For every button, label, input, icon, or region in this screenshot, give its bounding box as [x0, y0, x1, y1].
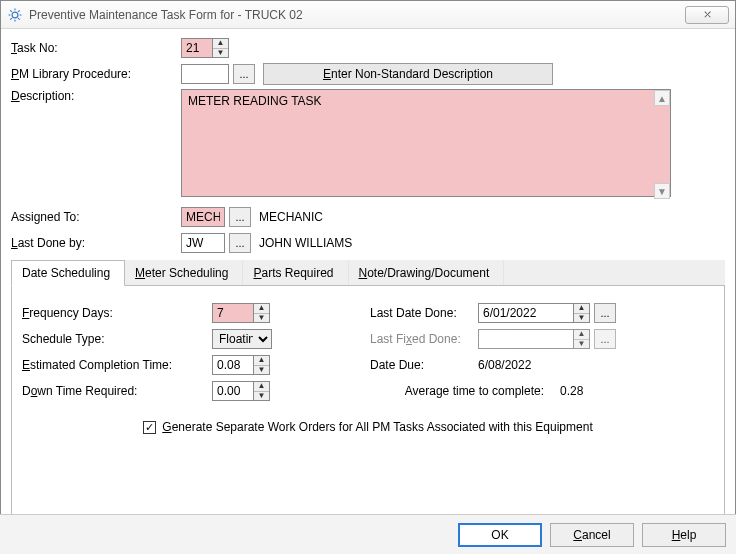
assigned-to-browse-button[interactable]: ... [229, 207, 251, 227]
last-fixed-done-browse-button: ... [594, 329, 616, 349]
last-fixed-done-label: Last Fixed Done: [370, 332, 478, 346]
last-done-by-label: Last Done by: [11, 236, 181, 250]
description-label: Description: [11, 89, 181, 103]
tab-note-drawing-document[interactable]: Note/Drawing/Document [349, 260, 505, 285]
tab-parts-required[interactable]: Parts Required [243, 260, 348, 285]
ok-button[interactable]: OK [458, 523, 542, 547]
tab-strip: Date Scheduling Meter Scheduling Parts R… [11, 260, 725, 286]
cancel-button[interactable]: Cancel [550, 523, 634, 547]
last-done-code-input[interactable] [181, 233, 225, 253]
svg-line-5 [10, 10, 11, 11]
date-due-value: 6/08/2022 [478, 358, 531, 372]
svg-line-7 [10, 18, 11, 19]
spinner-down-icon[interactable]: ▼ [574, 340, 589, 349]
window-title: Preventive Maintenance Task Form for - T… [29, 8, 685, 22]
pm-library-input[interactable] [181, 64, 229, 84]
pm-library-label: PM Library Procedure: [11, 67, 181, 81]
pm-library-browse-button[interactable]: ... [233, 64, 255, 84]
generate-separate-checkbox[interactable]: ✓ [143, 421, 156, 434]
ect-input[interactable]: ▲▼ [212, 355, 270, 375]
description-textarea[interactable]: METER READING TASK [181, 89, 671, 197]
tab-meter-scheduling[interactable]: Meter Scheduling [125, 260, 243, 285]
task-no-field[interactable] [182, 39, 212, 57]
last-date-done-browse-button[interactable]: ... [594, 303, 616, 323]
frequency-days-label: Frequency Days: [22, 306, 212, 320]
spinner-down-icon[interactable]: ▼ [574, 314, 589, 323]
close-button[interactable]: ⤫ [685, 6, 729, 24]
help-button[interactable]: Help [642, 523, 726, 547]
svg-point-0 [12, 12, 18, 18]
schedule-type-label: Schedule Type: [22, 332, 212, 346]
dtr-input[interactable]: ▲▼ [212, 381, 270, 401]
last-done-browse-button[interactable]: ... [229, 233, 251, 253]
app-gear-icon [7, 7, 23, 23]
task-no-input[interactable]: ▲▼ [181, 38, 229, 58]
tab-date-scheduling[interactable]: Date Scheduling [11, 260, 125, 286]
avg-time-label: Average time to complete: [370, 384, 560, 398]
assigned-to-name: MECHANIC [259, 210, 323, 224]
spinner-down-icon[interactable]: ▼ [254, 314, 269, 323]
tab-panel: Frequency Days: ▲▼ Schedule Type: Floati… [11, 286, 725, 516]
date-due-label: Date Due: [370, 358, 478, 372]
scroll-down-icon[interactable]: ▼ [654, 183, 670, 199]
last-date-done-label: Last Date Done: [370, 306, 478, 320]
generate-separate-label: Generate Separate Work Orders for All PM… [162, 420, 592, 434]
last-done-name: JOHN WILLIAMS [259, 236, 352, 250]
assigned-to-code-input[interactable] [181, 207, 225, 227]
spinner-down-icon[interactable]: ▼ [254, 366, 269, 375]
ect-label: Estimated Completion Time: [22, 358, 212, 372]
spinner-down-icon[interactable]: ▼ [213, 49, 228, 58]
last-fixed-done-input[interactable]: ▲▼ [478, 329, 590, 349]
avg-time-value: 0.28 [560, 384, 583, 398]
task-no-label: Task No: [11, 41, 181, 55]
spinner-down-icon[interactable]: ▼ [254, 392, 269, 401]
enter-nonstd-desc-button[interactable]: Enter Non-Standard Description [263, 63, 553, 85]
svg-line-8 [18, 10, 19, 11]
dialog-footer: OK Cancel Help [0, 514, 736, 554]
assigned-to-label: Assigned To: [11, 210, 181, 224]
svg-line-6 [18, 18, 19, 19]
scroll-up-icon[interactable]: ▲ [654, 90, 670, 106]
dtr-label: Down Time Required: [22, 384, 212, 398]
frequency-days-input[interactable]: ▲▼ [212, 303, 270, 323]
last-date-done-input[interactable]: ▲▼ [478, 303, 590, 323]
schedule-type-select[interactable]: Floating [212, 329, 272, 349]
titlebar: Preventive Maintenance Task Form for - T… [1, 1, 735, 29]
